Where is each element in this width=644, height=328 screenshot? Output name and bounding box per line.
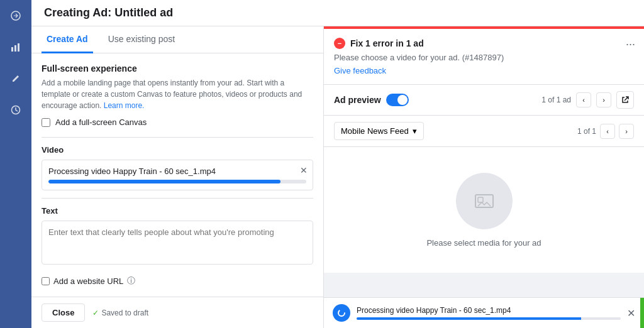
ad-preview-toggle[interactable] xyxy=(386,94,409,106)
error-header: − Fix 1 error in 1 ad xyxy=(334,38,634,49)
content-area: Create Ad Use existing post Full-screen … xyxy=(31,26,644,328)
url-checkbox-label: Add a website URL xyxy=(53,276,123,286)
main-container: Creating Ad: Untitled ad Create Ad Use e… xyxy=(31,0,644,328)
bar-chart-icon[interactable] xyxy=(6,38,25,57)
canvas-checkbox-row: Add a full-screen Canvas xyxy=(42,118,313,127)
feed-chevron-icon: ▾ xyxy=(413,126,417,136)
preview-area: Please select media for your ad xyxy=(324,147,644,273)
toast-close-button[interactable]: ✕ xyxy=(627,307,635,319)
media-placeholder xyxy=(456,173,513,229)
left-panel: Create Ad Use existing post Full-screen … xyxy=(31,26,324,328)
check-icon: ✓ xyxy=(92,309,99,317)
video-close-button[interactable]: ✕ xyxy=(300,165,308,175)
divider-2 xyxy=(42,198,313,199)
divider-1 xyxy=(42,137,313,138)
sidebar xyxy=(0,0,31,328)
feed-dropdown[interactable]: Mobile News Feed ▾ xyxy=(334,122,424,140)
close-button[interactable]: Close xyxy=(42,303,85,322)
info-icon: ⓘ xyxy=(127,275,135,287)
toast-green-bar xyxy=(640,298,644,328)
toast-progress-fill xyxy=(357,317,581,320)
canvas-checkbox-label: Add a full-screen Canvas xyxy=(55,118,147,127)
url-checkbox[interactable] xyxy=(42,277,50,285)
toast-progress-bar xyxy=(357,317,621,320)
tab-existing-post[interactable]: Use existing post xyxy=(103,26,180,53)
feed-selector-row: Mobile News Feed ▾ 1 of 1 ‹ › xyxy=(324,116,644,147)
svg-rect-1 xyxy=(11,47,13,52)
feed-count: 1 of 1 xyxy=(577,127,596,136)
svg-point-7 xyxy=(338,310,345,316)
video-filename: Processing video Happy Train - 60 sec_1.… xyxy=(48,167,306,176)
text-label: Text xyxy=(42,206,313,216)
toast-spinner-icon xyxy=(333,304,350,322)
ad-preview-header: Ad preview 1 of 1 ad ‹ › xyxy=(324,85,644,116)
page-title: Creating Ad: Untitled ad xyxy=(44,6,173,19)
full-screen-desc: Add a mobile landing page that opens ins… xyxy=(42,77,313,111)
ad-count: 1 of 1 ad xyxy=(541,96,571,104)
clock-icon[interactable] xyxy=(6,101,25,119)
video-label: Video xyxy=(42,145,313,155)
processing-toast: Processing video Happy Train - 60 sec_1.… xyxy=(324,297,644,328)
saved-status: ✓ Saved to draft xyxy=(92,309,148,317)
ad-preview-label: Ad preview xyxy=(334,95,381,105)
canvas-checkbox[interactable] xyxy=(42,118,50,127)
error-banner: − Fix 1 error in 1 ad Please choose a vi… xyxy=(324,26,644,85)
ad-preview-left: Ad preview xyxy=(334,94,409,106)
svg-rect-6 xyxy=(478,197,483,202)
video-progress-fill xyxy=(48,180,280,183)
prev-ad-button[interactable]: ‹ xyxy=(576,92,591,107)
learn-more-link[interactable]: Learn more. xyxy=(104,101,145,110)
bottom-bar: Close ✓ Saved to draft xyxy=(31,297,323,328)
url-checkbox-row: Add a website URL ⓘ xyxy=(42,275,313,287)
tab-create-ad[interactable]: Create Ad xyxy=(42,26,93,53)
video-progress-bar xyxy=(48,180,306,183)
give-feedback-link[interactable]: Give feedback xyxy=(334,66,386,75)
saved-label: Saved to draft xyxy=(101,309,148,317)
feed-selected-label: Mobile News Feed xyxy=(341,126,409,136)
full-screen-title: Full-screen experience xyxy=(42,63,313,74)
left-panel-content: Full-screen experience Add a mobile land… xyxy=(31,53,323,297)
error-title: Fix 1 error in 1 ad xyxy=(350,38,424,48)
next-feed-button[interactable]: › xyxy=(619,124,634,139)
toast-content: Processing video Happy Train - 60 sec_1.… xyxy=(357,306,621,320)
right-panel: − Fix 1 error in 1 ad Please choose a vi… xyxy=(324,26,644,328)
toast-filename: Processing video Happy Train - 60 sec_1.… xyxy=(357,306,621,315)
error-desc: Please choose a video for your ad. (#148… xyxy=(334,53,634,62)
toggle-knob xyxy=(397,95,408,105)
text-input[interactable] xyxy=(42,221,313,265)
video-field: Processing video Happy Train - 60 sec_1.… xyxy=(42,160,313,190)
next-ad-button[interactable]: › xyxy=(596,92,611,107)
error-more-button[interactable]: ··· xyxy=(626,38,635,51)
ad-preview-right: 1 of 1 ad ‹ › xyxy=(541,91,634,109)
error-icon: − xyxy=(334,38,345,49)
expand-icon[interactable] xyxy=(6,6,25,25)
text-field-wrapper: Text xyxy=(42,206,313,266)
tabs: Create Ad Use existing post xyxy=(31,26,323,53)
external-link-button[interactable] xyxy=(616,91,634,109)
media-placeholder-text: Please select media for your ad xyxy=(426,238,541,248)
svg-rect-3 xyxy=(18,43,19,52)
pencil-icon[interactable] xyxy=(6,69,25,88)
topbar: Creating Ad: Untitled ad xyxy=(31,0,644,26)
svg-rect-2 xyxy=(14,45,16,52)
prev-feed-button[interactable]: ‹ xyxy=(600,124,615,139)
feed-nav: 1 of 1 ‹ › xyxy=(577,124,634,139)
